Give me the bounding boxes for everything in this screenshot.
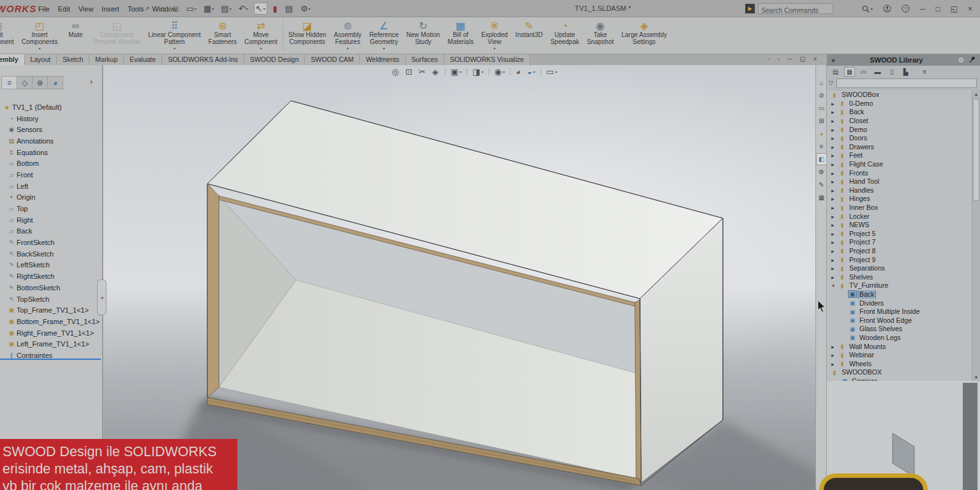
custom-properties-icon[interactable]: ≡ [816,140,827,152]
linear-component-pattern-button[interactable]: ⠿ Linear Component Pattern ▾ [144,17,204,54]
exploded-view-button[interactable]: ※ Exploded View ▾ [477,17,512,54]
view-tool[interactable] [489,68,489,75]
library-tree-item[interactable]: ▶ ▮ Wall Mounts [827,342,972,351]
library-tree-item[interactable]: ▶ ▮ Project 5 [827,230,972,239]
expand-arrow-icon[interactable]: ▶ [831,145,838,149]
library-tree-item[interactable]: ▶ ▮ 0-Demo [827,100,972,108]
new-motion-study-button[interactable]: ↻ New Motion Study [403,17,444,54]
feature-tree-item[interactable]: ▱ Right [0,214,102,226]
scroll-down-icon[interactable]: ▼ [973,375,979,380]
view-tool[interactable] [510,68,510,75]
smart-fasteners-button[interactable]: ⊛ Smart Fasteners [205,17,241,54]
library-filter-field[interactable] [836,78,977,88]
library-tree-item[interactable]: ▼ ▮ TV_Furniture [827,281,972,290]
display-style-icon[interactable]: ◨▾ [472,67,483,77]
feature-tree-item[interactable]: ✎ FrontSketch [0,237,102,248]
menu-item[interactable]: File [38,5,50,13]
search-input[interactable] [759,6,833,15]
library-view-7-icon[interactable]: ≡ [919,67,930,77]
library-tree-item[interactable]: ▶ ▮ Locker [827,212,972,221]
expand-arrow-icon[interactable]: ▶ [831,119,838,123]
swood-materials-icon[interactable]: ◧ [816,153,827,165]
zoom-to-fit-icon[interactable]: ◎ [392,67,400,77]
library-tree-item[interactable]: ▣ Front Multiple Inside [827,308,972,316]
library-tree-item[interactable]: ▣ Front Wood Edge [827,316,972,325]
displaymanager-tab[interactable]: ◕ [47,76,63,89]
library-tree-item[interactable]: ▶ ▮ Handles [827,186,972,195]
feature-tree-item[interactable]: ▤ Annotations [0,135,102,147]
preview-scroll-track[interactable] [963,383,977,490]
library-tree-item[interactable]: ▮ SWOODBox [827,91,972,100]
graphics-viewport[interactable]: ◎ ⊡ ✂ ◈ ▣▾ ◨▾ ◉▾ ◕ [103,65,815,490]
expand-arrow-icon[interactable]: ▶ [831,153,838,158]
doc-minimize-icon[interactable]: ─ [787,56,792,63]
menu-item[interactable]: Edit [58,5,70,13]
library-tree-item[interactable]: ▣ Glass Shelves [827,325,972,334]
expand-arrow-icon[interactable]: ▶ [831,171,838,175]
update-speedpak-button[interactable]: ◔ Update Speedpak [547,17,583,54]
feature-tree-item[interactable]: ◉ Sensors [0,124,102,135]
view-tool[interactable] [540,68,541,75]
menu-pin-icon[interactable]: ↗ [144,5,149,12]
menu-item[interactable]: Insert [101,5,119,13]
library-tree-item[interactable]: ▶ ▮ Back [827,108,972,117]
view-tool[interactable] [445,68,445,75]
rollback-bar[interactable] [0,359,101,360]
instant3d-button[interactable]: ✎ Instant3D [512,17,547,54]
scroll-up-icon[interactable]: ▲ [973,92,979,96]
expand-arrow-icon[interactable]: ▶ [831,240,838,244]
command-tab[interactable]: SWOOD CAM [305,54,360,65]
expand-arrow-icon[interactable]: ▶ [831,101,838,106]
doc-close-icon[interactable]: × [813,56,817,63]
expand-arrow-icon[interactable]: ▶ [831,258,838,262]
command-tab[interactable]: Markup [89,54,124,65]
large-assembly-settings-button[interactable]: ◈ Large Assembly Settings [618,17,671,54]
recycle-bin-icon[interactable]: ⊘ [816,89,827,101]
swood-tools-icon[interactable]: ✎ [816,179,827,191]
home-icon[interactable]: ⌂ [160,3,168,14]
insert-components-button[interactable]: ◰ Insert Components ▾ [18,17,62,54]
expand-arrow-icon[interactable]: ▶ [831,362,838,366]
expand-arrow-icon[interactable]: ▶ [831,205,838,210]
command-tab[interactable]: Weldments [360,54,405,65]
close-button[interactable]: × [968,4,972,13]
doc-window-icon[interactable]: ▫ [768,56,770,63]
user-account-icon[interactable] [883,4,891,13]
expand-arrow-icon[interactable]: ▶ [831,110,838,114]
open-icon[interactable]: ▭▾ [185,3,198,14]
expand-arrow-icon[interactable]: ▶ [831,345,838,349]
feature-tree-item[interactable]: ✎ BackSketch [0,248,102,260]
move-component-button[interactable]: ⇄ Move Component ▾ [241,17,281,54]
expand-arrow-icon[interactable]: ▶ [831,214,838,219]
feature-tree-item[interactable]: ✎ RightSketch [0,271,102,282]
library-tree-item[interactable]: ▶ ▮ Separations [827,264,972,273]
library-tree-item[interactable]: ▶ ▮ Project 8 [827,247,972,256]
model-canvas[interactable] [103,65,815,490]
show-hidden-components-button[interactable]: ◪ Show Hidden Components [285,17,330,54]
view-tool[interactable] [466,68,467,75]
library-scrollbar[interactable]: ▲ ▼ [972,91,980,381]
library-tree-item[interactable]: ▶ ▮ Fronts [827,168,972,177]
home-tab-icon[interactable]: ⌂ [816,77,827,89]
previous-view-icon[interactable]: ◈ [432,67,440,77]
component-preview-window-button[interactable]: ◱ Component Preview Window [89,17,144,54]
feature-tree-item[interactable]: + Origin [0,192,102,204]
expand-arrow-icon[interactable]: ▶ [831,266,838,271]
file-explorer-icon[interactable]: ▭ [816,102,827,114]
expand-panel-icon[interactable]: › [90,77,93,86]
section-view-icon[interactable]: ✂ [419,67,427,77]
command-tab[interactable]: Evaluate [124,54,162,65]
feature-tree-item[interactable]: ▱ Left [0,181,102,192]
library-tree-item[interactable]: ▣ Wooden Legs [827,334,972,343]
command-tab[interactable]: SWOOD Design [244,54,305,65]
view-orientation-icon[interactable]: ▣▾ [450,67,461,77]
print-icon[interactable]: ▤▾ [219,3,232,14]
maximize-button[interactable]: □ [935,4,940,13]
apply-scene-icon[interactable]: ◒▾ [527,67,535,77]
library-view-5-icon[interactable]: ▯ [886,67,897,77]
library-tree-item[interactable]: ▶ ▮ Wheels [827,359,972,368]
select-tool-icon[interactable]: ↖▾ [254,3,267,15]
assembly-features-button[interactable]: ⊚ Assembly Features ▾ [330,17,365,54]
design-library-icon[interactable]: ⊞ [816,115,827,127]
bill-of-materials-button[interactable]: ▦ Bill of Materials [444,17,478,54]
